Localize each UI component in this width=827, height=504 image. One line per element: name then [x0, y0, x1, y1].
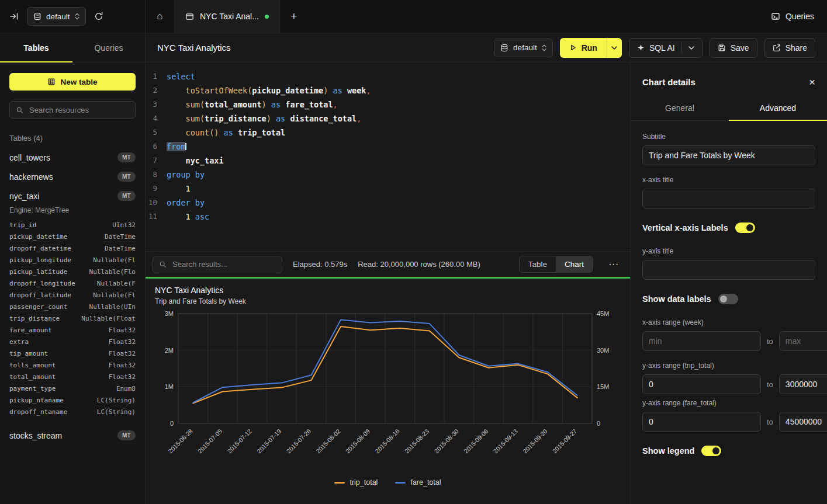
- column-row[interactable]: dropoff_ntanameLC(String): [0, 406, 145, 418]
- share-icon: [773, 44, 781, 52]
- y-range-trip-max-input[interactable]: [779, 374, 827, 394]
- column-row[interactable]: dropoff_datetimeDateTime: [0, 242, 145, 254]
- legend-item[interactable]: fare_total: [395, 478, 441, 486]
- sql-editor[interactable]: 1select2 toStartOfWeek(pickup_datetime) …: [146, 62, 630, 251]
- column-row[interactable]: fare_amountFloat32: [0, 324, 145, 336]
- column-row[interactable]: dropoff_latitudeNullable(Fl: [0, 289, 145, 301]
- subtitle-input[interactable]: [642, 145, 815, 165]
- code-line[interactable]: 2 toStartOfWeek(pickup_datetime) as week…: [146, 84, 630, 98]
- column-row[interactable]: pickup_ntanameLC(String): [0, 394, 145, 406]
- legend-label: trip_total: [350, 478, 378, 486]
- database-icon: [33, 12, 41, 20]
- table-row[interactable]: cell_towersMT: [0, 148, 145, 167]
- sql-ai-button[interactable]: SQL AI: [629, 38, 703, 58]
- save-button[interactable]: Save: [710, 38, 757, 58]
- column-name: pickup_datetime: [9, 233, 67, 241]
- code-line[interactable]: 5 count() as trip_total: [146, 126, 630, 140]
- elapsed-time: Elapsed: 0.579s: [293, 260, 347, 269]
- code-line[interactable]: 3 sum(total_amount) as fare_total,: [146, 98, 630, 112]
- column-row[interactable]: tip_amountFloat32: [0, 347, 145, 359]
- refresh-icon[interactable]: [94, 12, 103, 21]
- search-icon: [159, 260, 167, 268]
- sql-ai-label: SQL AI: [649, 43, 675, 53]
- new-table-button[interactable]: New table: [9, 73, 136, 91]
- show-data-labels-row: Show data labels: [642, 294, 815, 304]
- svg-text:3M: 3M: [165, 310, 174, 317]
- column-row[interactable]: passenger_countNullable(UIn: [0, 301, 145, 312]
- code-text: from: [167, 140, 186, 154]
- chevron-down-icon[interactable]: [688, 46, 694, 50]
- tab-nyc-taxi-analytics[interactable]: NYC Taxi Anal...: [175, 0, 280, 33]
- tab-general[interactable]: General: [631, 96, 729, 120]
- column-row[interactable]: pickup_latitudeNullable(Flo: [0, 266, 145, 277]
- legend-item[interactable]: trip_total: [334, 478, 378, 486]
- vertical-x-labels-toggle[interactable]: [735, 223, 755, 233]
- column-row[interactable]: dropoff_longitudeNullable(F: [0, 277, 145, 289]
- view-toggle-table[interactable]: Table: [520, 256, 556, 272]
- new-tab-button[interactable]: +: [280, 0, 308, 33]
- code-text: sum(total_amount) as fare_total,: [167, 98, 338, 112]
- home-tab[interactable]: ⌂: [146, 0, 175, 33]
- code-text: count() as trip_total: [167, 126, 285, 140]
- results-search[interactable]: [153, 256, 282, 273]
- sidebar-tab-queries[interactable]: Queries: [72, 33, 145, 62]
- column-row[interactable]: tolls_amountFloat32: [0, 359, 145, 371]
- column-row[interactable]: extraFloat32: [0, 336, 145, 347]
- code-text: 1: [167, 182, 191, 196]
- share-button[interactable]: Share: [764, 38, 815, 58]
- column-name: trip_id: [9, 221, 36, 229]
- x-axis-title-input[interactable]: [642, 189, 815, 208]
- column-type: Nullable(Float: [81, 315, 136, 322]
- results-search-input[interactable]: [171, 259, 276, 269]
- line-number: 9: [146, 182, 167, 196]
- y-range-fare-min-input[interactable]: [642, 412, 761, 432]
- queries-button[interactable]: Queries: [771, 12, 814, 21]
- column-row[interactable]: payment_typeEnum8: [0, 383, 145, 394]
- search-icon: [16, 106, 23, 114]
- y-range-fare-max-input[interactable]: [779, 412, 827, 432]
- code-line[interactable]: 1select: [146, 69, 630, 84]
- show-legend-toggle[interactable]: [701, 446, 721, 456]
- code-line[interactable]: 11 1 asc: [146, 210, 630, 224]
- show-data-labels-label: Show data labels: [642, 294, 711, 304]
- code-line[interactable]: 9 1: [146, 182, 630, 196]
- column-row[interactable]: trip_distanceNullable(Float: [0, 312, 145, 324]
- x-range-max-input[interactable]: [779, 331, 827, 351]
- y-axis-title-input[interactable]: [642, 260, 815, 280]
- code-line[interactable]: 4 sum(trip_distance) as distance_total,: [146, 112, 630, 126]
- svg-text:2015-09-27: 2015-09-27: [551, 427, 579, 455]
- view-toggle-chart[interactable]: Chart: [556, 256, 593, 272]
- x-axis-title-label: x-axis title: [642, 176, 815, 184]
- more-options-icon[interactable]: ⋯: [604, 258, 623, 270]
- table-row[interactable]: nyc_taxiMT: [0, 186, 145, 206]
- line-number: 3: [146, 98, 167, 112]
- y-range-trip-min-input[interactable]: [642, 374, 761, 394]
- close-icon[interactable]: ×: [809, 77, 815, 88]
- run-options-button[interactable]: [607, 38, 622, 58]
- column-row[interactable]: pickup_longitudeNullable(Fl: [0, 254, 145, 266]
- y-range-fare-label: y-axis range (fare_total): [642, 399, 815, 407]
- tab-advanced[interactable]: Advanced: [729, 96, 827, 120]
- svg-text:2015-07-26: 2015-07-26: [285, 427, 313, 455]
- column-row[interactable]: pickup_datetimeDateTime: [0, 231, 145, 242]
- query-database-selector[interactable]: default: [494, 39, 553, 57]
- code-text: select: [167, 69, 195, 84]
- column-row[interactable]: trip_idUInt32: [0, 219, 145, 231]
- chart-subtitle: Trip and Fare Totals by Week: [155, 297, 621, 305]
- database-selector[interactable]: default: [27, 7, 86, 26]
- run-button[interactable]: Run: [560, 38, 607, 58]
- code-line[interactable]: 10order by: [146, 196, 630, 210]
- resources-search[interactable]: [9, 101, 136, 119]
- code-line[interactable]: 6from: [146, 140, 630, 154]
- sidebar-tab-tables[interactable]: Tables: [0, 33, 72, 62]
- show-data-labels-toggle[interactable]: [718, 294, 738, 304]
- x-range-min-input[interactable]: [642, 331, 761, 351]
- column-row[interactable]: total_amountFloat32: [0, 371, 145, 383]
- resources-search-input[interactable]: [28, 105, 129, 115]
- code-line[interactable]: 8group by: [146, 168, 630, 182]
- collapse-sidebar-icon[interactable]: [9, 12, 19, 21]
- table-row[interactable]: hackernewsMT: [0, 167, 145, 186]
- code-line[interactable]: 7 nyc_taxi: [146, 154, 630, 168]
- table-row[interactable]: stocks_streamMT: [0, 426, 145, 445]
- column-type: Float32: [109, 373, 136, 381]
